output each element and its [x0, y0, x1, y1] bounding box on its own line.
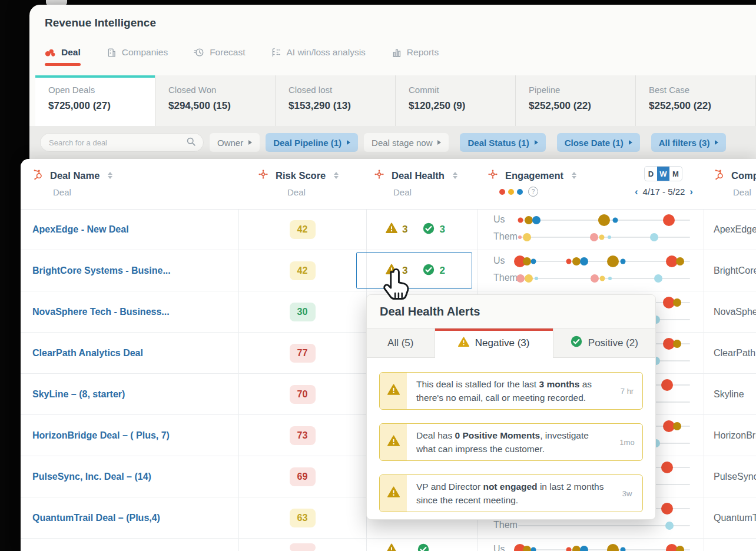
engagement-dot [608, 235, 611, 239]
table-header: Deal Name Deal Risk Score Deal Deal Heal… [21, 159, 756, 210]
engagement-dot [607, 544, 619, 551]
column-header-company[interactable]: Comp Deal [704, 159, 756, 209]
nav-tab-deal[interactable]: Deal [45, 47, 81, 66]
popover-tab-positive-2-[interactable]: Positive (2) [553, 328, 655, 358]
sort-toggle[interactable] [108, 172, 112, 179]
alert-card[interactable]: VP and Director not engaged in last 2 mo… [379, 474, 643, 512]
engagement-dot [590, 233, 598, 241]
column-header-deal-name[interactable]: Deal Name Deal [21, 159, 238, 209]
summary-value: $294,500 (15) [168, 100, 275, 112]
period-segment-w[interactable]: W [657, 167, 669, 181]
sort-toggle[interactable] [453, 172, 457, 179]
sprocket-icon [374, 169, 384, 182]
risk-score-badge [290, 543, 316, 551]
engagement-dot [598, 214, 610, 226]
summary-value: $252,500 (22) [529, 100, 635, 112]
risk-score-cell [238, 539, 366, 551]
column-header-deal-health[interactable]: Deal Health Deal [366, 159, 477, 209]
filter-chip-all-filters-3-[interactable]: All filters (3) [651, 133, 727, 152]
caret-right-icon [248, 140, 252, 145]
deal-name-link[interactable]: BrightCore Systems - Busine... [32, 265, 171, 276]
deal-name-link[interactable]: QuantumTrail Deal – (Plus,4) [32, 513, 160, 523]
engagement-dot [531, 259, 536, 264]
table-row: Us Them [21, 539, 756, 551]
search-input[interactable] [48, 138, 186, 148]
popover-tab-all-5-[interactable]: All (5) [367, 328, 435, 358]
engagement-dot [621, 259, 626, 264]
alert-message: VP and Director not engaged in last 2 mo… [407, 475, 612, 512]
column-header-engagement[interactable]: Engagement ? DWM ‹ 4/17 - 5/22 › [477, 159, 704, 209]
summary-card-closed-lost[interactable]: Closed lost $153,290 (13) [276, 75, 396, 126]
summary-label: Closed lost [289, 85, 395, 95]
engagement-cell: Us Them [477, 539, 704, 551]
company-cell: PulseSync [704, 456, 756, 497]
engagement-side-label: Them [493, 231, 518, 242]
filter-chip-deal-pipeline-1-[interactable]: Deal Pipeline (1) [266, 133, 358, 152]
engagement-side-label: Us [493, 544, 505, 551]
deal-name-link[interactable]: PulseSync, Inc. Deal – (14) [32, 472, 151, 482]
summary-value: $120,250 (9) [409, 100, 515, 112]
deal-name-link[interactable]: SkyLine – (8, starter) [32, 389, 125, 400]
nav-tab-forecast[interactable]: Forecast [194, 47, 245, 66]
filter-chip-deal-status-1-[interactable]: Deal Status (1) [460, 133, 545, 152]
risk-score-cell: 42 [238, 209, 366, 250]
alert-message: This deal is stalled for the last 3 mont… [407, 373, 612, 409]
engagement-cell: Us Them [477, 209, 704, 250]
engagement-dot [532, 216, 541, 224]
engagement-dot [523, 233, 531, 241]
warning-icon [387, 435, 400, 449]
engagement-dot [613, 218, 618, 223]
warning-icon [386, 264, 397, 277]
engagement-timeline [518, 278, 690, 279]
deal-health-cell[interactable] [366, 539, 477, 551]
deal-health-alerts-popover: Deal Health Alerts All (5)Negative (3)Po… [366, 294, 656, 520]
help-icon[interactable]: ? [528, 187, 538, 197]
filter-chip-owner[interactable]: Owner [210, 133, 260, 152]
deal-name-link[interactable]: ClearPath Analytics Deal [32, 348, 143, 359]
summary-card-best-case[interactable]: Best Case $252,500 (22) [636, 75, 756, 126]
engagement-dot [608, 277, 612, 280]
engagement-dot [518, 218, 523, 223]
deal-name-link[interactable]: NovaSphere Tech - Business... [32, 307, 170, 317]
engagement-dot [523, 257, 531, 265]
popover-tab-negative-3-[interactable]: Negative (3) [435, 328, 553, 358]
risk-score-badge: 69 [290, 467, 316, 486]
engagement-dot [661, 503, 673, 515]
engagement-dot [673, 422, 681, 430]
summary-card-commit[interactable]: Commit $120,250 (9) [396, 75, 516, 126]
alert-card[interactable]: This deal is stalled for the last 3 mont… [379, 372, 643, 410]
period-segment-d[interactable]: D [645, 167, 657, 181]
filter-chip-close-date-1-[interactable]: Close Date (1) [557, 133, 640, 152]
company-cell [704, 539, 756, 551]
period-toggle[interactable]: DWM [644, 166, 682, 181]
nav-tab-reports[interactable]: Reports [392, 47, 439, 66]
check-icon [417, 543, 429, 551]
column-header-risk-score[interactable]: Risk Score Deal [238, 159, 366, 209]
deal-name-link[interactable]: ApexEdge - New Deal [32, 224, 129, 235]
date-range-nav: ‹ 4/17 - 5/22 › [635, 187, 693, 197]
nav-tab-companies[interactable]: Companies [107, 47, 168, 66]
chevron-right-icon[interactable]: › [689, 187, 693, 197]
deal-health-cell[interactable]: 3 2 [366, 250, 477, 291]
risk-score-cell: 77 [238, 333, 366, 373]
sort-toggle[interactable] [572, 172, 576, 179]
nav-tab-ai-win-loss-analysis[interactable]: AI win/loss analysis [271, 47, 365, 66]
alert-warning-strip [380, 475, 407, 512]
filter-chip-deal-stage-now[interactable]: Deal stage now [364, 133, 449, 152]
summary-card-open-deals[interactable]: Open Deals $725,000 (27) [35, 75, 155, 126]
period-segment-m[interactable]: M [669, 167, 682, 181]
deal-health-cell[interactable]: 3 3 [366, 209, 477, 250]
engagement-side-label: Them [493, 273, 518, 283]
summary-card-closed-won[interactable]: Closed Won $294,500 (15) [155, 75, 276, 126]
summary-card-pipeline[interactable]: Pipeline $252,500 (22) [516, 75, 636, 126]
summary-value: $153,290 (13) [289, 100, 395, 112]
deal-search-box[interactable] [40, 133, 204, 152]
chevron-left-icon[interactable]: ‹ [635, 187, 638, 197]
deal-name-link[interactable]: HorizonBridge Deal – ( Plus, 7) [32, 430, 170, 441]
risk-score-badge: 42 [290, 261, 316, 280]
sort-toggle[interactable] [334, 172, 339, 179]
alert-card[interactable]: Deal has 0 Positive Moments, investigate… [379, 423, 643, 461]
risk-score-badge: 73 [290, 426, 316, 445]
engagement-side-label: Us [493, 214, 505, 225]
engagement-dot [518, 235, 522, 239]
